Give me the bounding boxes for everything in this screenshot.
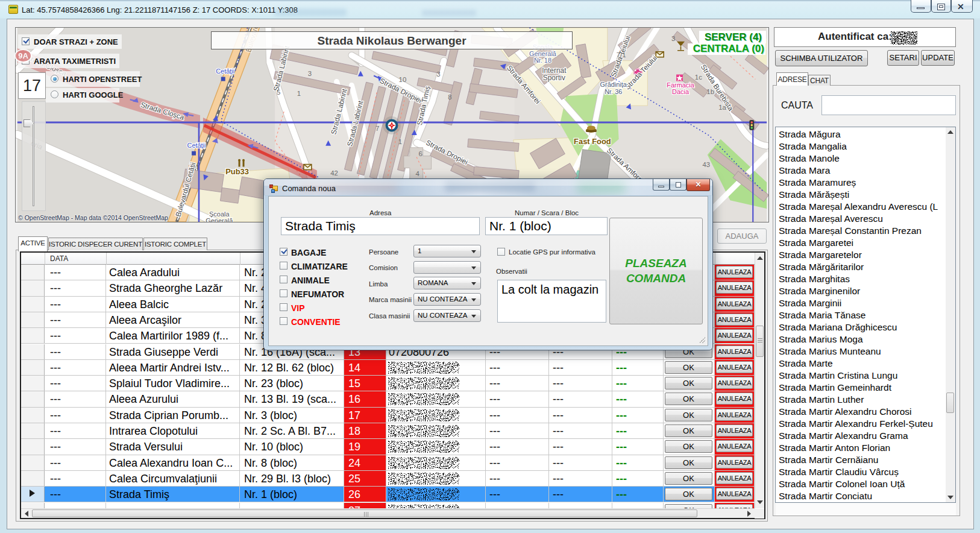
svg-text:Sportiv: Sportiv xyxy=(543,74,565,82)
svg-text:5: 5 xyxy=(277,89,280,96)
svg-text:3: 3 xyxy=(308,70,312,77)
svg-text:8: 8 xyxy=(448,93,451,101)
svg-text:Generală: Generală xyxy=(206,217,233,222)
svg-text:Cetății: Cetății xyxy=(187,142,206,149)
svg-text:1: 1 xyxy=(297,90,301,97)
svg-text:6: 6 xyxy=(419,150,422,157)
svg-text:Nr. 36: Nr. 36 xyxy=(605,88,622,95)
svg-text:Grădinița: Grădinița xyxy=(600,81,627,88)
svg-text:1: 1 xyxy=(398,138,402,145)
svg-text:Internat: Internat xyxy=(542,66,567,75)
svg-text:Nr. 18: Nr. 18 xyxy=(534,57,551,64)
svg-text:3: 3 xyxy=(436,71,440,78)
svg-text:Fast Food: Fast Food xyxy=(574,137,611,146)
svg-text:Cetății: Cetății xyxy=(216,68,234,75)
svg-text:10: 10 xyxy=(399,76,407,83)
svg-text:3: 3 xyxy=(671,35,675,42)
svg-text:1a: 1a xyxy=(718,104,726,111)
svg-text:1b: 1b xyxy=(706,88,714,95)
svg-text:42: 42 xyxy=(330,169,338,177)
svg-text:7/1: 7/1 xyxy=(617,51,626,58)
svg-text:43: 43 xyxy=(702,161,710,168)
svg-text:Pub33: Pub33 xyxy=(225,167,249,176)
svg-text:4: 4 xyxy=(416,170,420,177)
svg-text:7: 7 xyxy=(375,125,379,132)
svg-text:1c: 1c xyxy=(695,74,702,81)
svg-text:Dacia: Dacia xyxy=(672,88,689,95)
